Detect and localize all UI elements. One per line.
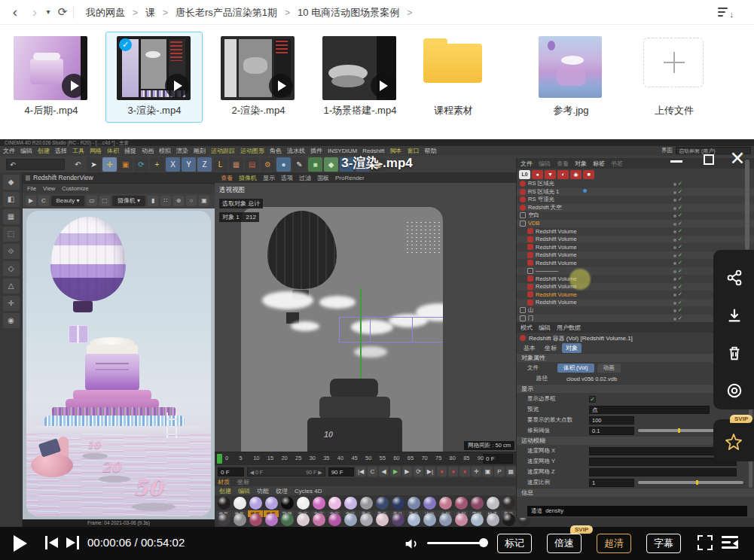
info-channel-box: 通道 density bbox=[527, 506, 747, 516]
enable-dot bbox=[673, 207, 676, 210]
video-player[interactable]: CINEMA 4D R20.026 Studio (RC - R20) - [.… bbox=[0, 139, 754, 527]
visible-check-icon: ✓ bbox=[678, 291, 682, 297]
forward-icon[interactable]: › bbox=[26, 0, 44, 25]
fullscreen-icon[interactable] bbox=[698, 535, 713, 550]
slider-marker bbox=[696, 480, 698, 485]
file-card[interactable]: 2-渲染-.mp4 bbox=[221, 26, 295, 139]
snap-icon: ◉ bbox=[3, 313, 20, 328]
mark-button[interactable]: 标记 bbox=[497, 534, 532, 553]
file-card[interactable]: 1-场景搭建-.mp4 bbox=[322, 26, 396, 139]
sky-object-icon bbox=[520, 205, 526, 211]
material-ball bbox=[487, 497, 499, 510]
object-menu-item: 书签 bbox=[611, 160, 623, 168]
timeline-tick: 75 bbox=[435, 455, 441, 461]
material-ball bbox=[408, 497, 420, 510]
object-toggles: ✓ bbox=[673, 275, 693, 282]
material-ball bbox=[249, 513, 262, 526]
material-swatch: 白子 bbox=[485, 513, 500, 527]
subtitles-button[interactable]: 字幕 bbox=[646, 534, 681, 553]
quality-button[interactable]: 超清 bbox=[597, 534, 631, 553]
timeline-tick: 45 bbox=[351, 455, 357, 461]
breadcrumb-item[interactable]: 唐长老rs产品渲染第1期 bbox=[174, 6, 279, 20]
material-ball bbox=[471, 513, 484, 526]
object-row: RS 穹顶光✓ bbox=[517, 196, 754, 204]
wide-field bbox=[589, 468, 737, 476]
renderview-toolbar: ▶CBeauty ▾▭⬚摄像机 ▾▮∷⊕○▣ bbox=[23, 193, 215, 208]
visible-check-icon: ✓ bbox=[678, 300, 682, 306]
close-button[interactable]: ✕ bbox=[728, 148, 747, 168]
material-ball bbox=[423, 513, 436, 526]
time-display: 00:00:06 / 00:54:02 bbox=[87, 536, 185, 549]
share-icon[interactable] bbox=[726, 269, 743, 286]
viewport-menu-item: ProRender bbox=[335, 175, 365, 181]
material-ball bbox=[344, 497, 357, 510]
material-ball bbox=[344, 513, 357, 526]
download-icon[interactable] bbox=[726, 307, 743, 324]
file-card[interactable]: 4-后期-.mp4 bbox=[14, 26, 87, 139]
play-button[interactable] bbox=[14, 535, 27, 552]
file-name: 课程素材 bbox=[386, 104, 521, 117]
renderview-menu-item: View bbox=[43, 185, 55, 192]
section-header: 信息 bbox=[517, 488, 754, 497]
file-card[interactable]: 课程素材 bbox=[416, 26, 490, 139]
volume-knob[interactable] bbox=[479, 538, 488, 547]
render-region-icon: ▤ bbox=[245, 157, 259, 172]
material-swatch: 花 bbox=[279, 513, 295, 527]
viewport-menu-item: 过滤 bbox=[299, 174, 311, 182]
back-icon[interactable]: ‹ bbox=[6, 0, 24, 25]
file-card[interactable]: 参考.jpg bbox=[533, 26, 607, 139]
c4d-menu-item: 帮助 bbox=[424, 147, 436, 155]
star-collect-icon[interactable] bbox=[725, 433, 741, 449]
keyframe-icon: ✛ bbox=[472, 467, 481, 476]
object-toggles: ✓ bbox=[673, 252, 693, 258]
visible-check-icon: ✓ bbox=[678, 205, 682, 211]
delete-icon[interactable] bbox=[726, 345, 743, 361]
refresh-icon[interactable]: ⟳ bbox=[54, 0, 71, 25]
breadcrumb-item[interactable]: 我的网盘 bbox=[84, 6, 127, 20]
material-ball bbox=[265, 513, 278, 526]
render-view-icon: ▦ bbox=[229, 157, 243, 172]
volume-slider[interactable] bbox=[427, 542, 484, 544]
enable-dot bbox=[673, 191, 676, 194]
visible-check-icon: ✓ bbox=[678, 181, 682, 187]
record-gif-icon[interactable] bbox=[726, 382, 743, 399]
breadcrumb: 我的网盘>课>唐长老rs产品渲染第1期>10 电商活动图场景案例> bbox=[84, 0, 418, 25]
lock-x-icon: X bbox=[166, 157, 180, 172]
play-icon: ▶ bbox=[26, 196, 36, 206]
player-control-bar: 00:00:06 / 00:54:02 标记 倍速 超清 字幕 bbox=[0, 527, 754, 560]
checkbox-checked: ✓ bbox=[589, 396, 596, 403]
object-menu-item: 查看 bbox=[557, 160, 569, 168]
timeline-tick: 85 bbox=[463, 455, 469, 461]
material-ball bbox=[487, 513, 499, 526]
minimize-button[interactable] bbox=[670, 160, 682, 163]
maximize-button[interactable] bbox=[704, 154, 714, 165]
file-card[interactable]: 上传文件 bbox=[636, 26, 710, 139]
renderview-status: Frame: 04 2021-03-06 (9.3s) bbox=[23, 519, 215, 527]
volume-icon[interactable] bbox=[404, 536, 420, 555]
breadcrumb-separator: > bbox=[285, 8, 290, 18]
cloud-blob bbox=[145, 51, 160, 58]
material-swatch: 花 bbox=[295, 513, 310, 527]
breadcrumb-item[interactable]: 课 bbox=[144, 6, 157, 20]
cursor-icon: ➤ bbox=[87, 157, 101, 172]
enable-dot bbox=[673, 262, 676, 265]
c4d-menu-item: Redshift bbox=[362, 148, 384, 154]
material-ball bbox=[439, 497, 452, 510]
sort-icon[interactable]: ↓ bbox=[718, 5, 733, 19]
history-dropdown-icon[interactable]: ▾ bbox=[42, 0, 54, 25]
solo-icon: ● bbox=[532, 170, 543, 179]
c4d-menu-item: 运动跟踪 bbox=[211, 147, 235, 155]
enable-dot bbox=[673, 230, 676, 233]
presenter-cursor-highlight bbox=[569, 269, 591, 290]
breadcrumb-item[interactable]: 10 电商活动图场景案例 bbox=[296, 6, 401, 20]
upload-dropzone[interactable] bbox=[643, 38, 704, 87]
material-ball bbox=[234, 513, 246, 526]
file-card[interactable]: ✓3-渲染-.mp4 bbox=[117, 26, 191, 139]
speed-button[interactable]: 倍速 bbox=[547, 534, 582, 553]
render-strip bbox=[224, 39, 237, 97]
scene-number: 10 bbox=[324, 430, 333, 439]
enable-dot bbox=[673, 183, 676, 186]
object-menu-item: 标签 bbox=[593, 160, 605, 168]
playlist-icon[interactable] bbox=[722, 536, 738, 549]
viewport-menu-item: 显示 bbox=[263, 174, 275, 182]
